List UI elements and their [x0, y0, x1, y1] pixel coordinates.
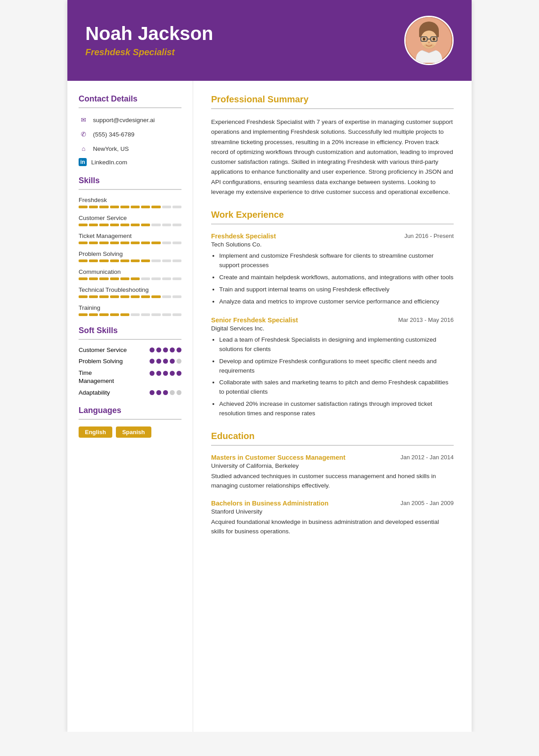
work-experience-divider — [211, 224, 454, 224]
edu-2-degree: Bachelors in Business Administration — [211, 500, 328, 507]
skills-divider — [79, 189, 181, 190]
job-2-bullet-1: Lead a team of Freshdesk Specialists in … — [219, 335, 454, 354]
dots-problem-solving — [150, 359, 181, 364]
skill-freshdesk: Freshdesk — [79, 197, 181, 208]
summary-title: Professional Summary — [211, 94, 454, 105]
body: Contact Details ✉ support@cvdesigner.ai … — [67, 81, 472, 732]
resume-container: Noah Jackson Freshdesk Specialist — [67, 0, 472, 732]
edu-1-header: Masters in Customer Success Management J… — [211, 454, 454, 461]
contact-location: ⌂ NewYork, US — [79, 144, 181, 154]
edu-1-desc: Studied advanced techniques in customer … — [211, 472, 454, 491]
soft-skills-section: Soft Skills Customer Service Problem Sol… — [79, 326, 181, 396]
contact-linkedin: in LinkedIn.com — [79, 158, 181, 166]
dots-adaptability — [150, 390, 181, 395]
work-experience-title: Work Experience — [211, 210, 454, 220]
soft-skill-customer-service: Customer Service — [79, 347, 181, 353]
skill-tech-troubleshooting: Technical Troubleshooting — [79, 286, 181, 298]
contact-email: ✉ support@cvdesigner.ai — [79, 115, 181, 125]
job-2-header: Senior Freshdesk Specialist Mar 2013 - M… — [211, 316, 454, 324]
sidebar: Contact Details ✉ support@cvdesigner.ai … — [67, 81, 193, 732]
main-content: Professional Summary Experienced Freshde… — [193, 81, 472, 732]
work-experience-section: Work Experience Freshdesk Specialist Jun… — [211, 210, 454, 418]
languages-divider — [79, 419, 181, 420]
job-1-title: Freshdesk Specialist — [211, 233, 276, 240]
avatar — [404, 16, 454, 65]
header-text: Noah Jackson Freshdesk Specialist — [85, 23, 213, 57]
job-1-bullet-1: Implement and customize Freshdesk softwa… — [219, 251, 454, 270]
edu-1-date: Jan 2012 - Jan 2014 — [400, 454, 454, 461]
job-2-bullet-4: Achieved 20% increase in customer satisf… — [219, 400, 454, 418]
skill-problem-solving: Problem Solving — [79, 251, 181, 262]
edu-1-degree: Masters in Customer Success Management — [211, 454, 345, 461]
candidate-title: Freshdesk Specialist — [85, 47, 213, 57]
edu-1-school: University of California, Berkeley — [211, 462, 454, 469]
summary-text: Experienced Freshdesk Specialist with 7 … — [211, 117, 454, 197]
phone-icon: ✆ — [79, 129, 88, 139]
languages-section: Languages English Spanish — [79, 406, 181, 438]
linkedin-text: LinkedIn.com — [91, 159, 127, 166]
edu-2: Bachelors in Business Administration Jan… — [211, 500, 454, 536]
skill-bar-ticket-mgmt — [79, 242, 181, 244]
job-2-bullet-3: Collaborate with sales and marketing tea… — [219, 378, 454, 397]
job-2-bullet-2: Develop and optimize Freshdesk configura… — [219, 357, 454, 376]
languages-title: Languages — [79, 406, 181, 415]
avatar-svg — [406, 18, 451, 63]
soft-skill-time-management: TimeManagement — [79, 369, 181, 385]
job-1-bullet-3: Train and support internal teams on usin… — [219, 285, 454, 294]
skills-section: Skills Freshdesk Customer Service Ticket… — [79, 176, 181, 316]
skill-training: Training — [79, 304, 181, 316]
avatar-image — [406, 17, 452, 64]
edu-1: Masters in Customer Success Management J… — [211, 454, 454, 491]
soft-skill-adaptability: Adaptability — [79, 389, 181, 396]
skill-ticket-management: Ticket Management — [79, 233, 181, 244]
skills-title: Skills — [79, 176, 181, 185]
contact-divider — [79, 107, 181, 108]
envelope-icon: ✉ — [79, 115, 88, 125]
dots-customer-service — [150, 347, 181, 352]
job-2-title: Senior Freshdesk Specialist — [211, 316, 298, 324]
svg-point-9 — [423, 44, 435, 49]
edu-2-date: Jan 2005 - Jan 2009 — [400, 500, 454, 506]
job-1-company: Tech Solutions Co. — [211, 241, 454, 248]
edu-2-desc: Acquired foundational knowledge in busin… — [211, 518, 454, 536]
lang-english: English — [79, 426, 112, 438]
svg-point-7 — [423, 38, 425, 40]
job-2: Senior Freshdesk Specialist Mar 2013 - M… — [211, 316, 454, 418]
job-1-bullet-2: Create and maintain helpdesk workflows, … — [219, 273, 454, 282]
svg-point-8 — [433, 38, 435, 40]
summary-divider — [211, 108, 454, 109]
job-1-header: Freshdesk Specialist Jun 2016 - Present — [211, 233, 454, 240]
education-divider — [211, 445, 454, 446]
education-title: Education — [211, 431, 454, 441]
candidate-name: Noah Jackson — [85, 23, 213, 44]
skill-bar-communication — [79, 277, 181, 280]
skill-bar-customer-service — [79, 224, 181, 226]
home-icon: ⌂ — [79, 144, 88, 154]
education-section: Education Masters in Customer Success Ma… — [211, 431, 454, 536]
job-1: Freshdesk Specialist Jun 2016 - Present … — [211, 233, 454, 307]
job-1-bullet-4: Analyze data and metrics to improve cust… — [219, 297, 454, 307]
job-1-bullets: Implement and customize Freshdesk softwa… — [211, 251, 454, 307]
phone-text: (555) 345-6789 — [93, 131, 134, 138]
soft-skill-problem-solving: Problem Solving — [79, 358, 181, 365]
skill-customer-service: Customer Service — [79, 215, 181, 226]
job-2-bullets: Lead a team of Freshdesk Specialists in … — [211, 335, 454, 418]
job-2-date: Mar 2013 - May 2016 — [398, 316, 454, 323]
lang-spanish: Spanish — [116, 426, 151, 438]
contact-phone: ✆ (555) 345-6789 — [79, 129, 181, 139]
location-text: NewYork, US — [93, 145, 129, 152]
language-tags: English Spanish — [79, 426, 181, 438]
header: Noah Jackson Freshdesk Specialist — [67, 0, 472, 81]
skill-bar-training — [79, 313, 181, 316]
soft-skills-title: Soft Skills — [79, 326, 181, 335]
contact-section: Contact Details ✉ support@cvdesigner.ai … — [79, 94, 181, 166]
skill-communication: Communication — [79, 268, 181, 280]
contact-title: Contact Details — [79, 94, 181, 104]
job-2-company: Digital Services Inc. — [211, 325, 454, 332]
soft-skills-divider — [79, 339, 181, 340]
skill-bar-tech-trouble — [79, 295, 181, 298]
job-1-date: Jun 2016 - Present — [404, 233, 454, 239]
email-text: support@cvdesigner.ai — [93, 117, 155, 123]
summary-section: Professional Summary Experienced Freshde… — [211, 94, 454, 197]
linkedin-icon: in — [79, 158, 87, 166]
